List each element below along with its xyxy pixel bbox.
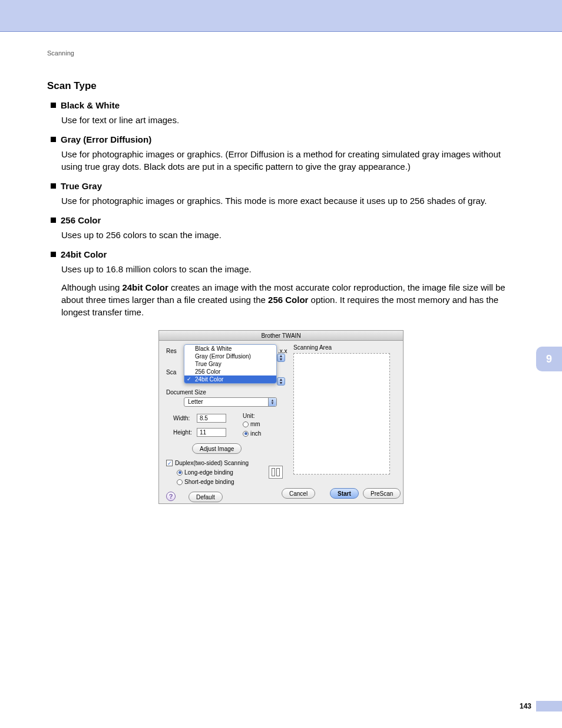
scanning-area-label: Scanning Area	[293, 344, 397, 351]
chapter-tab: 9	[536, 347, 562, 371]
dropdown-arrow-icon[interactable]: ▲▼	[277, 377, 285, 386]
long-edge-binding-radio[interactable]: Long-edge binding	[177, 469, 233, 476]
square-bullet-icon	[51, 103, 56, 108]
item-body: Use for photographic images or graphics.…	[47, 195, 515, 207]
page-content: Scanning Scan Type Black & White Use for…	[0, 32, 562, 504]
item-heading: 256 Color	[61, 215, 101, 225]
document-size-label: Document Size	[166, 389, 206, 396]
binding-preview-icon	[269, 466, 283, 479]
document-size-select[interactable]: Letter ▲▼	[184, 397, 277, 407]
scan-type-item: Black & White Use for text or line art i…	[47, 100, 515, 126]
square-bullet-icon	[51, 218, 56, 223]
page-number: 143	[520, 702, 531, 710]
duplex-checkbox[interactable]: ✓ Duplex(two-sided) Scanning	[166, 460, 249, 466]
width-label: Width:	[173, 415, 190, 421]
scan-type-item: Gray (Error Diffusion) Use for photograp…	[47, 134, 515, 173]
item-heading: True Gray	[61, 181, 102, 191]
square-bullet-icon	[51, 183, 56, 189]
scan-type-option[interactable]: 256 Color	[184, 368, 276, 375]
item-heading: Black & White	[61, 100, 120, 110]
page-number-stripe	[536, 701, 562, 711]
width-input[interactable]: 8.5	[197, 414, 226, 423]
adjust-image-button[interactable]: Adjust Image	[192, 443, 242, 454]
unit-inch-radio[interactable]: inch	[243, 430, 261, 437]
checkbox-checked-icon: ✓	[166, 460, 173, 466]
unit-label: Unit:	[243, 413, 255, 419]
scanning-area-preview[interactable]	[293, 353, 390, 475]
height-label: Height:	[173, 429, 192, 436]
unit-mm-radio[interactable]: mm	[243, 421, 260, 427]
breadcrumb: Scanning	[47, 50, 515, 57]
scan-type-item: True Gray Use for photographic images or…	[47, 181, 515, 207]
item-body: Uses up to 256 colors to scan the image.	[47, 229, 515, 241]
square-bullet-icon	[51, 137, 56, 142]
height-input[interactable]: 11	[197, 428, 226, 437]
short-edge-binding-radio[interactable]: Short-edge binding	[177, 479, 234, 485]
item-heading: Gray (Error Diffusion)	[61, 134, 151, 144]
scantype-label-truncated: Sca	[166, 369, 176, 375]
start-button[interactable]: Start	[330, 488, 359, 499]
scan-type-option[interactable]: Black & White	[184, 345, 276, 353]
square-bullet-icon	[51, 252, 56, 257]
top-banner	[0, 0, 562, 32]
scan-type-option[interactable]: Gray (Error Diffusion)	[184, 353, 276, 360]
twain-dialog: Brother TWAIN Res Sca .x.x ▲▼ ▲▼ Black &…	[158, 330, 404, 504]
item-body: Uses up to 16.8 million colors to scan t…	[47, 263, 515, 275]
default-button[interactable]: Default	[189, 492, 223, 502]
scan-type-item: 256 Color Uses up to 256 colors to scan …	[47, 215, 515, 241]
scan-type-dropdown[interactable]: Black & White Gray (Error Diffusion) Tru…	[184, 344, 277, 384]
dialog-titlebar: Brother TWAIN	[159, 331, 403, 341]
dropdown-arrow-icon[interactable]: ▲▼	[277, 354, 285, 362]
cancel-button[interactable]: Cancel	[282, 488, 315, 499]
scan-type-option[interactable]: True Gray	[184, 360, 276, 368]
scan-type-item: 24bit Color Uses up to 16.8 million colo…	[47, 249, 515, 318]
item-body: Use for text or line art images.	[47, 114, 515, 126]
item-body: Use for photographic images or graphics.…	[47, 148, 515, 173]
help-icon[interactable]: ?	[166, 492, 176, 501]
section-title: Scan Type	[47, 80, 515, 92]
resolution-label-truncated: Res	[166, 348, 177, 354]
chevron-updown-icon: ▲▼	[268, 398, 276, 406]
prescan-button[interactable]: PreScan	[363, 488, 401, 499]
item-heading: 24bit Color	[61, 249, 107, 259]
scan-type-option-selected[interactable]: 24bit Color	[184, 375, 276, 383]
item-note: Although using 24bit Color creates an im…	[47, 281, 515, 318]
